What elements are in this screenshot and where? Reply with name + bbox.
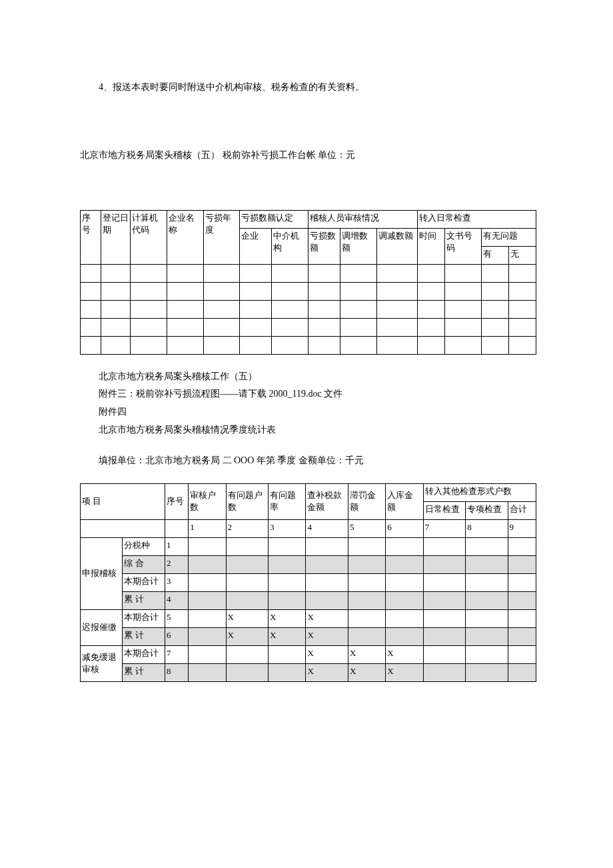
data-cell bbox=[423, 663, 465, 681]
data-cell: X bbox=[226, 627, 268, 645]
data-cell bbox=[189, 645, 226, 663]
hdr-yes: 有 bbox=[481, 246, 508, 264]
data-cell: X bbox=[269, 609, 306, 627]
hdr-reg-date: 登记日期 bbox=[101, 210, 130, 264]
data-cell bbox=[508, 609, 536, 627]
table-row: 减免缓退审核本期合计7XXX bbox=[81, 645, 536, 663]
seq-cell: 6 bbox=[165, 627, 188, 645]
hdr-loss-year: 亏损年度 bbox=[203, 210, 240, 264]
hdr2-daily: 日常检查 bbox=[423, 501, 465, 519]
sub-cell: 综 合 bbox=[123, 555, 165, 573]
hdr-adj-dec: 调减数额 bbox=[376, 228, 418, 264]
seq-cell: 5 bbox=[165, 609, 188, 627]
table-row: 累 计4 bbox=[81, 591, 536, 609]
hdr-loss-amount-group: 亏损数额认定 bbox=[240, 210, 308, 228]
data-cell bbox=[348, 591, 385, 609]
data-cell bbox=[226, 591, 268, 609]
data-cell bbox=[423, 645, 465, 663]
data-cell bbox=[269, 591, 306, 609]
data-cell bbox=[189, 663, 226, 681]
data-cell bbox=[386, 591, 423, 609]
hdr2-in-amt: 入库金额 bbox=[386, 483, 423, 519]
data-cell bbox=[423, 573, 465, 591]
seq-cell: 8 bbox=[165, 663, 188, 681]
table-row: 累 计6XXX bbox=[81, 627, 536, 645]
data-cell bbox=[508, 537, 536, 555]
data-cell bbox=[423, 591, 465, 609]
hdr-seq: 序号 bbox=[81, 210, 101, 264]
mid-l1: 北京市地方税务局案头稽核工作（五） bbox=[80, 368, 536, 386]
data-cell: X bbox=[306, 663, 348, 681]
table-loss-ledger: 序号 登记日期 计算机代码 企业名称 亏损年度 亏损数额认定 稽核人员审核情况 … bbox=[80, 210, 536, 355]
hdr2-transfer-group: 转入其他检查形式户数 bbox=[423, 483, 536, 501]
intro-note: 4、报送本表时要同时附送中介机构审核、税务检查的有关资料。 bbox=[80, 80, 536, 95]
hdr-has-issue: 有无问题 bbox=[481, 228, 536, 246]
category-cell: 减免缓退审核 bbox=[81, 645, 123, 681]
hdr-comp-name: 企业名称 bbox=[167, 210, 203, 264]
data-cell bbox=[189, 609, 226, 627]
data-cell bbox=[466, 645, 508, 663]
data-cell bbox=[423, 609, 465, 627]
seq-cell: 7 bbox=[165, 645, 188, 663]
sub-cell: 累 计 bbox=[123, 663, 165, 681]
data-cell bbox=[386, 573, 423, 591]
seq-cell: 3 bbox=[165, 573, 188, 591]
hdr2-total: 合计 bbox=[508, 501, 536, 519]
hdr-doc-no: 文书号码 bbox=[445, 228, 482, 264]
data-cell: X bbox=[269, 627, 306, 645]
data-cell bbox=[348, 555, 385, 573]
data-cell bbox=[386, 609, 423, 627]
data-cell bbox=[306, 555, 348, 573]
data-cell bbox=[226, 663, 268, 681]
category-cell: 迟报催缴 bbox=[81, 609, 123, 645]
data-cell: X bbox=[306, 645, 348, 663]
hdr-no: 无 bbox=[508, 246, 536, 264]
category-cell: 申报稽核 bbox=[81, 537, 123, 609]
data-cell bbox=[466, 663, 508, 681]
seq-cell: 4 bbox=[165, 591, 188, 609]
data-cell bbox=[466, 609, 508, 627]
data-cell bbox=[466, 591, 508, 609]
data-cell bbox=[269, 537, 306, 555]
mid-l4: 北京市地方税务局案头稽核情况季度统计表 bbox=[80, 421, 536, 439]
sub-cell: 本期合计 bbox=[123, 573, 165, 591]
sub-cell: 累 计 bbox=[123, 591, 165, 609]
sub-cell: 累 计 bbox=[123, 627, 165, 645]
hdr-audit-group: 稽核人员审核情况 bbox=[308, 210, 417, 228]
hdr2-seq: 序号 bbox=[165, 483, 188, 519]
table-row bbox=[81, 264, 536, 282]
data-cell bbox=[508, 627, 536, 645]
data-cell bbox=[508, 591, 536, 609]
data-cell: X bbox=[386, 645, 423, 663]
data-cell: X bbox=[348, 645, 385, 663]
data-cell bbox=[306, 537, 348, 555]
data-cell bbox=[466, 573, 508, 591]
hdr-loss-amt: 亏损数额 bbox=[308, 228, 340, 264]
data-cell bbox=[189, 555, 226, 573]
data-cell bbox=[423, 627, 465, 645]
data-cell bbox=[348, 537, 385, 555]
data-cell bbox=[306, 591, 348, 609]
data-cell bbox=[348, 609, 385, 627]
hdr-enterprise: 企业 bbox=[240, 228, 272, 264]
data-cell: X bbox=[306, 609, 348, 627]
data-cell bbox=[189, 537, 226, 555]
table-row: 申报稽核分税种1 bbox=[81, 537, 536, 555]
data-cell bbox=[466, 555, 508, 573]
data-cell: X bbox=[306, 627, 348, 645]
data-cell bbox=[226, 555, 268, 573]
data-cell: X bbox=[226, 609, 268, 627]
hdr2-back-tax: 查补税款金额 bbox=[306, 483, 348, 519]
data-cell bbox=[226, 573, 268, 591]
data-cell bbox=[226, 537, 268, 555]
table-row: 本期合计3 bbox=[81, 573, 536, 591]
data-cell: X bbox=[386, 663, 423, 681]
data-cell bbox=[386, 555, 423, 573]
data-cell bbox=[306, 573, 348, 591]
filler-line: 填报单位：北京市地方税务局 二 OOO 年第 季度 金额单位：千元 bbox=[80, 452, 536, 470]
data-cell bbox=[269, 555, 306, 573]
sub-cell: 本期合计 bbox=[123, 609, 165, 627]
data-cell bbox=[466, 537, 508, 555]
table-row bbox=[81, 318, 536, 336]
hdr-agency: 中介机构 bbox=[272, 228, 308, 264]
